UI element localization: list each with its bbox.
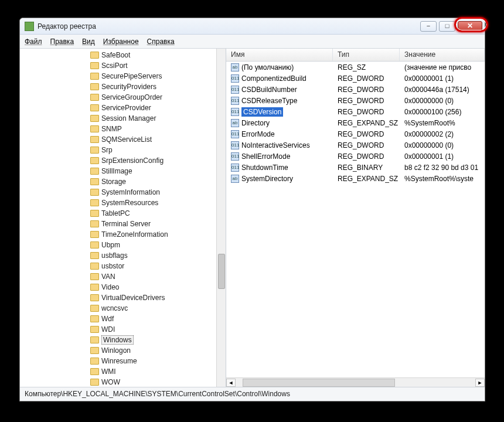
tree-item-label: SQMServiceList [101,135,152,144]
col-type[interactable]: Тип [333,49,400,61]
folder-icon [90,62,99,69]
tree-item[interactable]: Storage [20,176,226,187]
folder-icon [90,94,99,101]
tree-item-label: WOW [101,378,120,386]
h-scrollbar[interactable]: ◄ ► [226,377,485,387]
col-value[interactable]: Значение [400,49,485,61]
list-row[interactable]: 011CSDVersionREG_DWORD0x00000100 (256) [226,106,485,117]
tree-item[interactable]: SystemInformation [20,187,226,198]
maximize-button[interactable]: □ [439,21,455,32]
tree-item[interactable]: Video [20,282,226,292]
menu-file[interactable]: Файл [25,38,42,46]
menu-favorites[interactable]: Избранное [103,38,139,46]
tree-item[interactable]: WMI [20,366,226,377]
tree-scroll-thumb[interactable] [218,254,225,289]
cell-name: 011CSDBuildNumber [226,86,333,94]
value-icon: 011 [231,108,239,116]
list-rows[interactable]: ab(По умолчанию)REG_SZ(значение не присв… [226,62,485,184]
folder-icon [90,104,99,111]
tree-item[interactable]: SrpExtensionConfig [20,155,226,166]
list-row[interactable]: 011ComponentizedBuildREG_DWORD0x00000001… [226,73,485,84]
value-icon: ab [231,63,239,72]
tree-item[interactable]: usbflags [20,250,226,261]
menu-help[interactable]: Справка [147,38,175,46]
tree-item[interactable]: StillImage [20,166,226,176]
tree-item[interactable]: SecurePipeServers [20,71,226,81]
folder-icon [90,315,99,322]
cell-name: 011ShellErrorMode [226,152,333,161]
tree-item-label: Winlogon [101,346,131,355]
tree-item[interactable]: SystemResources [20,198,226,208]
value-icon: 011 [231,74,239,83]
list-row[interactable]: 011ErrorModeREG_DWORD0x00000002 (2) [226,128,485,139]
tree-item[interactable]: VirtualDeviceDrivers [20,292,226,303]
tree-item[interactable]: WDI [20,324,226,335]
folder-icon [90,347,99,354]
list-row[interactable]: 011CSDReleaseTypeREG_DWORD0x00000000 (0) [226,95,485,106]
cell-type: REG_EXPAND_SZ [333,119,400,127]
cell-value: %SystemRoot% [400,119,485,127]
cell-name: 011ErrorMode [226,130,333,138]
value-name: ErrorMode [241,130,275,138]
menu-edit[interactable]: Правка [50,38,74,46]
list-row[interactable]: abDirectoryREG_EXPAND_SZ%SystemRoot% [226,117,485,128]
minimize-button[interactable]: − [420,21,437,32]
list-row[interactable]: 011NoInteractiveServicesREG_DWORD0x00000… [226,139,485,151]
tree-item[interactable]: Session Manager [20,113,226,124]
tree[interactable]: SafeBootScsiPortSecurePipeServersSecurit… [20,49,226,387]
tree-item[interactable]: VAN [20,271,226,282]
tree-item-label: TabletPC [101,209,130,217]
tree-item[interactable]: wcncsvc [20,303,226,314]
tree-item[interactable]: SNMP [20,124,226,134]
tree-item[interactable]: SafeBoot [20,50,226,60]
tree-item[interactable]: TimeZoneInformation [20,229,226,240]
h-scroll-right[interactable]: ► [475,379,485,387]
tree-item[interactable]: ScsiPort [20,60,226,71]
tree-item-label: ServiceProvider [101,104,151,112]
folder-icon [90,73,99,80]
h-scroll-thumb[interactable] [243,379,395,387]
cell-name: 011NoInteractiveServices [226,141,333,149]
tree-item[interactable]: Terminal Server [20,219,226,229]
list-row[interactable]: 011ShutdownTimeREG_BINARYb8 c2 f2 32 90 … [226,162,485,173]
tree-item[interactable]: SQMServiceList [20,134,226,145]
folder-icon [90,199,99,206]
tree-item[interactable]: Wdf [20,314,226,324]
folder-icon [90,358,99,365]
cell-type: REG_SZ [333,63,400,72]
close-button[interactable]: ✕ [458,21,482,32]
cell-type: REG_EXPAND_SZ [333,175,400,183]
cell-value: b8 c2 f2 32 90 bd d3 01 [400,164,485,172]
tree-item[interactable]: WOW [20,377,226,387]
folder-icon [90,168,99,175]
tree-item[interactable]: usbstor [20,261,226,271]
list-header[interactable]: Имя Тип Значение [226,49,485,62]
tree-item-label: VAN [101,273,115,281]
cell-type: REG_DWORD [333,86,400,94]
tree-item[interactable]: SecurityProviders [20,81,226,92]
tree-scrollbar[interactable] [216,49,226,387]
list-row[interactable]: ab(По умолчанию)REG_SZ(значение не присв… [226,62,485,73]
tree-item[interactable]: ServiceProvider [20,103,226,113]
app-icon [25,22,34,31]
h-scroll-left[interactable]: ◄ [226,379,236,387]
h-scroll-track[interactable] [236,379,475,387]
tree-item[interactable]: Ubpm [20,240,226,250]
tree-item[interactable]: Srp [20,145,226,155]
tree-item-label: SystemResources [101,199,158,207]
tree-item[interactable]: Winlogon [20,345,226,356]
tree-item[interactable]: Windows [20,335,226,345]
titlebar[interactable]: Редактор реестра − □ ✕ [20,18,485,35]
cell-value: 0x0000446a (17514) [400,86,485,94]
list-row[interactable]: 011CSDBuildNumberREG_DWORD0x0000446a (17… [226,84,485,95]
list-row[interactable]: abSystemDirectoryREG_EXPAND_SZ%SystemRoo… [226,173,485,184]
folder-icon [90,189,99,196]
tree-item[interactable]: Winresume [20,356,226,366]
tree-item[interactable]: ServiceGroupOrder [20,92,226,103]
menu-view[interactable]: Вид [82,38,95,46]
col-name[interactable]: Имя [226,49,333,61]
tree-item[interactable]: TabletPC [20,208,226,219]
window-controls: − □ ✕ [420,21,482,32]
list-row[interactable]: 011ShellErrorModeREG_DWORD0x00000001 (1) [226,151,485,162]
cell-type: REG_BINARY [333,164,400,172]
